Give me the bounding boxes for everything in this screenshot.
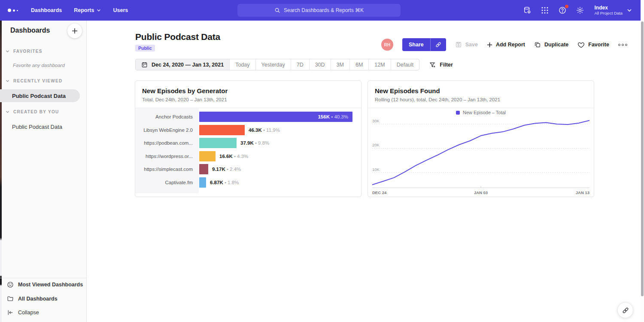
add-report-button[interactable]: Add Report	[487, 42, 525, 48]
bar-category-label: Anchor Podcasts	[135, 112, 193, 122]
collapse-sidebar-button[interactable]: Collapse	[7, 309, 39, 316]
line-chart: New Episode – Total 30K 20K 10K DEC 24 J…	[368, 108, 594, 197]
bar	[199, 125, 245, 135]
search-input[interactable]: Search Dashboards & Reports ⌘K	[237, 4, 401, 17]
card-header: New Episodes Found Rolling (12 hours), t…	[368, 81, 594, 108]
bar	[199, 151, 216, 161]
card-subtitle: Total, Dec 24th, 2020 – Jan 13th, 2021	[142, 97, 354, 102]
scrollbar-track	[641, 0, 644, 322]
filter-button[interactable]: Filter	[429, 61, 453, 68]
bar-value-label: 9.17K • 2.4%	[212, 164, 241, 174]
add-dashboard-button[interactable]	[67, 24, 82, 38]
link-icon	[622, 307, 629, 314]
chevron-down-icon	[6, 49, 9, 53]
share-split-button: Share	[402, 38, 446, 51]
preset-yesterday[interactable]: Yesterday	[255, 59, 291, 70]
duplicate-icon	[534, 41, 541, 48]
duplicate-button[interactable]: Duplicate	[534, 41, 568, 48]
share-button[interactable]: Share	[402, 38, 430, 51]
legend-swatch	[456, 111, 460, 115]
y-tick-20k: 20K	[372, 143, 380, 147]
search-placeholder: Search Dashboards & Reports ⌘K	[284, 7, 364, 13]
folder-icon	[7, 295, 14, 302]
app-logo-icon	[8, 9, 18, 12]
chevron-down-icon	[6, 110, 9, 114]
sidebar-item-public-podcast-data[interactable]: Public Podcast Data	[12, 124, 62, 130]
bar-category-label: Captivate.fm	[135, 177, 193, 188]
sidebar-section-favorites[interactable]: FAVORITES	[6, 49, 43, 54]
card-header: New Episodes by Generator Total, Dec 24t…	[135, 81, 361, 108]
save-icon	[455, 41, 462, 48]
scrollbar-thumb[interactable]	[641, 21, 644, 296]
bar-row: Anchor Podcasts156K • 40.3%	[135, 112, 362, 122]
filter-funnel-icon	[429, 61, 436, 68]
all-dashboards-button[interactable]: All Dashboards	[7, 295, 58, 302]
line-chart-svg	[372, 116, 589, 188]
bar-category-label: https://wordpress.or...	[135, 151, 193, 161]
nav-item-dashboards[interactable]: Dashboards	[31, 7, 62, 13]
card-new-episodes-by-generator: New Episodes by Generator Total, Dec 24t…	[135, 80, 361, 197]
save-button[interactable]: Save	[455, 41, 478, 48]
bar-value-label: 46.3K • 11.9%	[249, 125, 280, 135]
settings-gear-icon[interactable]	[575, 6, 585, 15]
page-title: Public Podcast Data	[135, 32, 220, 42]
bar-value-label: 37.9K • 9.8%	[240, 138, 269, 148]
bar-category-label: Libsyn WebEngine 2.0	[135, 125, 193, 135]
nav-item-reports[interactable]: Reports	[74, 7, 101, 13]
most-viewed-dashboards-button[interactable]: Most Viewed Dashboards	[7, 281, 83, 288]
chevron-down-icon	[627, 8, 632, 13]
sidebar-section-created-by-you[interactable]: CREATED BY YOU	[6, 109, 59, 114]
x-axis-labels: DEC 24 JAN 03 JAN 13	[372, 190, 589, 196]
floating-link-button[interactable]	[617, 302, 633, 318]
preset-today[interactable]: Today	[229, 59, 255, 70]
plot-area: 30K 20K 10K DEC 24 JAN 03 JAN 13	[372, 116, 589, 195]
calendar-icon	[141, 61, 148, 68]
sidebar-footer: Most Viewed Dashboards All Dashboards Co…	[0, 278, 86, 322]
preset-30d[interactable]: 30D	[309, 59, 331, 70]
bar-row: Captivate.fm6.87K • 1.8%	[135, 177, 362, 188]
data-sources-icon[interactable]	[522, 6, 532, 15]
share-link-button[interactable]	[430, 38, 446, 51]
plus-icon	[72, 28, 78, 34]
project-switcher[interactable]: Index All Project Data	[595, 5, 632, 16]
sidebar-item-public-podcast-data-selected[interactable]: Public Podcast Data	[0, 89, 80, 102]
card-new-episodes-found: New Episodes Found Rolling (12 hours), t…	[368, 80, 594, 197]
project-scope: All Project Data	[595, 11, 623, 16]
nav-menu: DashboardsReportsUsers	[31, 7, 128, 13]
apps-grid-icon[interactable]	[540, 6, 550, 15]
preset-default[interactable]: Default	[391, 59, 419, 70]
nav-item-users[interactable]: Users	[113, 7, 128, 13]
bar-value-label: 156K • 40.3%	[199, 112, 348, 122]
chevron-down-icon	[97, 8, 101, 12]
help-icon[interactable]	[558, 6, 567, 15]
collapse-icon	[7, 309, 14, 316]
left-edge-artifact	[0, 21, 2, 322]
header-actions: RH Share Save Add Report Duplicate	[381, 38, 627, 51]
link-icon	[435, 41, 442, 48]
more-options-button[interactable]	[618, 44, 627, 46]
date-toolbar: Dec 24, 2020 — Jan 13, 2021 TodayYesterd…	[135, 59, 453, 70]
notification-badge	[565, 5, 568, 8]
avatar[interactable]: RH	[381, 39, 393, 51]
preset-6m[interactable]: 6M	[349, 59, 368, 70]
top-nav: DashboardsReportsUsers Search Dashboards…	[0, 0, 641, 21]
preset-7d[interactable]: 7D	[291, 59, 309, 70]
bar-category-label: https://simplecast.com	[135, 164, 193, 174]
bar-row: https://simplecast.com9.17K • 2.4%	[135, 164, 362, 174]
preset-12m[interactable]: 12M	[368, 59, 390, 70]
bar-row: https://podbean.com...37.9K • 9.8%	[135, 138, 362, 148]
sidebar-section-recently-viewed[interactable]: RECENTLY VIEWED	[6, 79, 63, 83]
card-subtitle: Rolling (12 hours), total, Dec 24th, 202…	[375, 97, 587, 102]
legend-label: New Episode – Total	[463, 110, 506, 115]
date-range-button[interactable]: Dec 24, 2020 — Jan 13, 2021	[136, 59, 229, 70]
y-tick-10k: 10K	[372, 167, 380, 172]
chevron-down-icon	[6, 79, 9, 83]
bar-category-label: https://podbean.com...	[135, 138, 193, 148]
favorite-button[interactable]: Favorite	[577, 41, 609, 49]
bar-chart: Anchor Podcasts156K • 40.3%Libsyn WebEng…	[135, 108, 361, 197]
x-tick-jan13: JAN 13	[576, 190, 589, 195]
date-range-control: Dec 24, 2020 — Jan 13, 2021 TodayYesterd…	[135, 59, 419, 70]
bar	[199, 164, 208, 174]
public-badge: Public	[135, 45, 155, 52]
preset-3m[interactable]: 3M	[331, 59, 349, 70]
